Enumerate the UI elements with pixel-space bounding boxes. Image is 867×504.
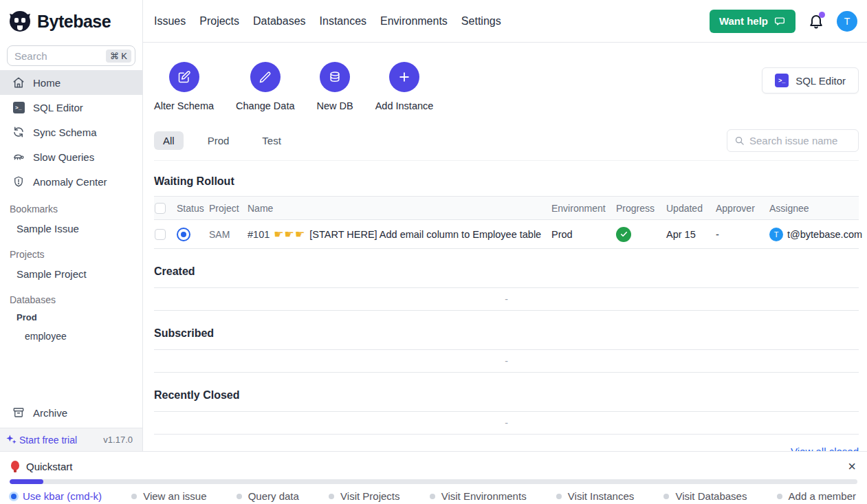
select-all-checkbox[interactable]: [155, 203, 166, 214]
issue-search[interactable]: [727, 129, 859, 152]
top-bar: Issues Projects Databases Instances Envi…: [143, 0, 867, 43]
sidebar-db-employee[interactable]: employee: [0, 326, 142, 347]
sidebar-search-input[interactable]: [14, 50, 102, 62]
section-title-subscribed: Subscribed: [154, 327, 859, 340]
sidebar-footer: Start free trial v1.17.0: [0, 428, 142, 451]
row-assignee: T t@bytebase.com: [769, 228, 859, 241]
view-all-closed-link[interactable]: View all closed: [791, 446, 859, 451]
issue-search-input[interactable]: [749, 135, 851, 146]
sidebar-item-slow-queries[interactable]: Slow Queries: [0, 144, 142, 169]
sidebar-item-home[interactable]: Home: [0, 70, 142, 95]
notification-dot: [819, 12, 825, 18]
sidebar-search[interactable]: ⌘ K: [7, 45, 135, 66]
search-shortcut-badge: ⌘ K: [106, 50, 131, 63]
nav-settings[interactable]: Settings: [461, 15, 501, 28]
alter-schema-button[interactable]: Alter Schema: [154, 62, 214, 111]
col-project: Project: [209, 203, 248, 214]
step-dot: [237, 494, 242, 499]
nav-projects[interactable]: Projects: [199, 15, 239, 28]
plus-icon: [389, 62, 419, 92]
col-approver: Approver: [716, 203, 769, 214]
close-icon[interactable]: ×: [848, 459, 856, 473]
step-add-a-member[interactable]: Add a member: [777, 490, 856, 502]
row-name[interactable]: #101 ☛☛☛ [START HERE] Add email column t…: [248, 228, 551, 241]
table-header-row: Status Project Name Environment Progress…: [154, 197, 859, 220]
sidebar-item-label: SQL Editor: [33, 102, 83, 113]
row-updated: Apr 15: [666, 229, 716, 240]
balloon-icon: [11, 461, 20, 472]
section-title-created: Created: [154, 265, 859, 278]
brand-logo[interactable]: Bytebase: [0, 0, 142, 43]
tab-prod[interactable]: Prod: [199, 131, 239, 150]
step-dot: [556, 494, 562, 499]
sidebar-item-archive[interactable]: Archive: [0, 400, 142, 425]
step-visit-environments[interactable]: Visit Environments: [430, 490, 527, 502]
top-nav: Issues Projects Databases Instances Envi…: [154, 15, 501, 28]
database-icon: [320, 62, 350, 92]
sidebar-nav: Home >_ SQL Editor Sync Schema Slow Quer…: [0, 70, 142, 194]
sidebar: Bytebase ⌘ K Home >_ SQL Editor Sync Sch: [0, 0, 143, 451]
step-dot: [777, 494, 782, 499]
step-visit-projects[interactable]: Visit Projects: [329, 490, 399, 502]
main-area: Issues Projects Databases Instances Envi…: [143, 0, 867, 451]
start-free-trial-link[interactable]: Start free trial: [6, 434, 77, 446]
version-label: v1.17.0: [103, 435, 133, 445]
tab-all[interactable]: All: [154, 131, 184, 150]
subscribed-empty-row: -: [154, 349, 859, 373]
step-view-an-issue[interactable]: View an issue: [131, 490, 206, 502]
sidebar-item-label: Home: [33, 77, 61, 89]
search-icon: [734, 135, 745, 146]
progress-done-icon: [616, 227, 631, 242]
sidebar-item-anomaly-center[interactable]: Anomaly Center: [0, 169, 142, 194]
edit-square-icon: [169, 62, 199, 92]
step-query-data[interactable]: Query data: [237, 490, 299, 502]
nav-instances[interactable]: Instances: [320, 15, 366, 28]
sidebar-section-databases: Databases: [10, 294, 142, 305]
step-use-kbar[interactable]: Use kbar (cmd-k): [11, 490, 102, 502]
sidebar-item-label: Slow Queries: [33, 151, 94, 163]
step-dot: [329, 494, 334, 499]
sidebar-item-label: Archive: [33, 407, 67, 419]
row-project: SAM: [209, 229, 248, 240]
issue-title: [START HERE] Add email column to Employe…: [309, 229, 541, 240]
section-title-recently-closed: Recently Closed: [154, 389, 859, 402]
bytebase-logo-icon: [7, 8, 33, 34]
want-help-button[interactable]: Want help: [710, 10, 795, 33]
sidebar-item-sql-editor[interactable]: >_ SQL Editor: [0, 95, 142, 120]
sidebar-link-sample-issue[interactable]: Sample Issue: [0, 217, 142, 239]
user-avatar[interactable]: T: [837, 11, 857, 32]
assignee-email: t@bytebase.com: [787, 229, 862, 240]
new-db-button[interactable]: New DB: [317, 62, 353, 111]
step-dot: [131, 494, 137, 499]
quickstart-progress-track: [10, 479, 857, 484]
terminal-icon: >_: [12, 101, 25, 113]
pointing-hand-emoji: ☛☛☛: [274, 228, 305, 241]
quickstart-steps: Use kbar (cmd-k) View an issue Query dat…: [0, 490, 867, 502]
view-all-closed-row: View all closed: [154, 446, 859, 451]
nav-environments[interactable]: Environments: [380, 15, 448, 28]
terminal-icon: >_: [775, 74, 789, 87]
sql-editor-button[interactable]: >_ SQL Editor: [762, 67, 859, 94]
issue-toolbar: All Prod Test: [154, 129, 859, 161]
nav-issues[interactable]: Issues: [154, 15, 186, 28]
sidebar-section-bookmarks: Bookmarks: [10, 204, 142, 215]
step-visit-instances[interactable]: Visit Instances: [556, 490, 634, 502]
notification-bell-icon[interactable]: [808, 13, 824, 30]
add-instance-button[interactable]: Add Instance: [375, 62, 434, 111]
sidebar-db-group-prod[interactable]: Prod: [0, 308, 142, 326]
table-row[interactable]: SAM #101 ☛☛☛ [START HERE] Add email colu…: [154, 220, 859, 249]
change-data-button[interactable]: Change Data: [236, 62, 294, 111]
tab-test[interactable]: Test: [253, 131, 290, 150]
created-empty-row: -: [154, 287, 859, 311]
nav-databases[interactable]: Databases: [253, 15, 306, 28]
sidebar-link-sample-project[interactable]: Sample Project: [0, 263, 142, 285]
col-progress: Progress: [616, 203, 666, 214]
quickstart-bar: Quickstart × Use kbar (cmd-k) View an is…: [0, 451, 867, 504]
issue-id: #101: [248, 229, 270, 240]
sidebar-item-sync-schema[interactable]: Sync Schema: [0, 120, 142, 144]
sync-icon: [12, 126, 25, 138]
step-dot: [430, 494, 435, 499]
row-checkbox[interactable]: [155, 229, 166, 240]
step-visit-databases[interactable]: Visit Databases: [663, 490, 747, 502]
recently-closed-empty-row: -: [154, 411, 859, 435]
